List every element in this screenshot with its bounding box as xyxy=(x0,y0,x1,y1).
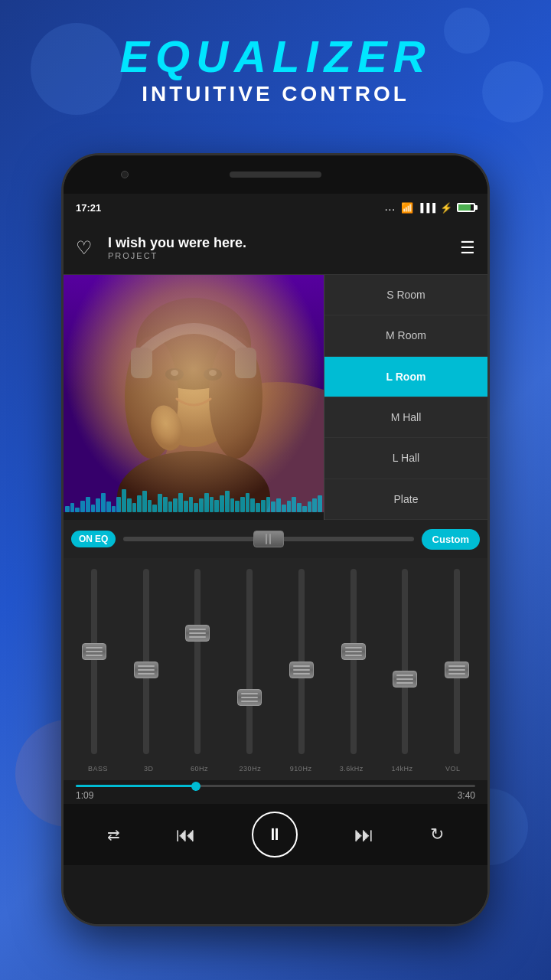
sliders-row xyxy=(70,566,481,757)
dropdown-menu: S Room M Room L Room M Hall L Hall Plate xyxy=(324,275,487,520)
slider-thumb-60hz[interactable] xyxy=(185,625,210,642)
thumb-horiz-line xyxy=(345,655,362,656)
slider-thumb-230hz[interactable] xyxy=(237,689,262,706)
svg-point-4 xyxy=(136,298,251,390)
eq-label: EQ xyxy=(95,534,108,544)
thumb-horiz-line xyxy=(189,632,206,634)
status-bar: 17:21 ... 📶 ▐▐▐ ⚡ xyxy=(64,194,487,221)
pause-icon: ⏸ xyxy=(266,825,283,844)
lightning-icon: ⚡ xyxy=(440,202,452,214)
thumb-horiz-line xyxy=(396,682,413,684)
status-time: 17:21 xyxy=(76,202,101,214)
slider-track-910hz[interactable] xyxy=(298,569,305,754)
slider-thumb-bass[interactable] xyxy=(82,643,106,660)
battery-icon xyxy=(457,203,475,212)
slider-label-bass: BASS xyxy=(88,765,108,773)
slider-track-3.6khz[interactable] xyxy=(350,569,357,754)
slider-col-vol xyxy=(432,566,481,757)
current-time: 1:09 xyxy=(76,790,93,801)
slider-col-3.6khz xyxy=(329,566,378,757)
thumb-line-2 xyxy=(269,534,271,544)
thumb-horiz-line xyxy=(448,669,465,671)
progress-thumb[interactable] xyxy=(191,782,201,791)
thumb-line-1 xyxy=(266,534,267,544)
phone-speaker xyxy=(230,172,321,178)
title-area: EQUALIZER INTUITIVE CONTROL xyxy=(0,0,551,122)
thumb-horiz-line xyxy=(293,669,310,671)
thumb-horiz-line xyxy=(189,636,206,638)
progress-section: 1:09 3:40 xyxy=(64,780,487,804)
thumb-horiz-line xyxy=(448,673,465,675)
thumb-horiz-line xyxy=(138,669,155,671)
dropdown-item-lhall[interactable]: L Hall xyxy=(324,438,487,479)
slider-thumb-14khz[interactable] xyxy=(393,671,417,688)
eq-slider-thumb[interactable] xyxy=(253,531,284,547)
dropdown-item-lroom[interactable]: L Room xyxy=(324,357,487,397)
slider-track-230hz[interactable] xyxy=(246,569,253,754)
thumb-horiz-line xyxy=(293,665,310,667)
slider-col-230hz xyxy=(225,566,274,757)
thumb-horiz-line xyxy=(345,647,362,648)
slider-thumb-3.6khz[interactable] xyxy=(341,643,366,660)
total-time: 3:40 xyxy=(458,790,475,801)
slider-track-14khz[interactable] xyxy=(402,569,408,754)
slider-label-vol: VOL xyxy=(445,765,461,773)
svg-rect-12 xyxy=(235,348,256,378)
thumb-horiz-line xyxy=(396,678,413,680)
slider-track-3d[interactable] xyxy=(143,569,149,754)
thumb-horiz-line xyxy=(241,697,258,698)
song-artist: PROJECT xyxy=(108,251,460,260)
eq-toggle[interactable]: ON EQ xyxy=(71,531,116,547)
slider-track-60hz[interactable] xyxy=(194,569,201,754)
next-button[interactable]: ⏭ xyxy=(354,823,374,847)
slider-col-14khz xyxy=(381,566,430,757)
custom-button[interactable]: Custom xyxy=(422,529,480,550)
slider-label-910hz: 910Hz xyxy=(290,765,312,773)
svg-point-9 xyxy=(171,370,178,376)
thumb-horiz-line xyxy=(86,651,103,652)
wifi-icon: 📶 xyxy=(401,202,413,214)
svg-point-6 xyxy=(209,336,262,459)
eq-sliders-area: BASS3D60Hz230Hz910Hz3.6kHz14kHzVOL xyxy=(64,558,487,780)
slider-track-bass[interactable] xyxy=(91,569,97,754)
main-section: // Generate waveform bars inline const w… xyxy=(64,275,487,520)
shuffle-button[interactable]: ⇄ xyxy=(107,825,120,844)
thumb-horiz-line xyxy=(448,665,465,667)
slider-label-14khz: 14kHz xyxy=(392,765,413,773)
thumb-horiz-line xyxy=(138,665,155,667)
song-info: I wish you were here. PROJECT xyxy=(108,235,460,260)
svg-point-3 xyxy=(140,317,247,447)
progress-bar[interactable] xyxy=(76,785,475,787)
phone-frame: 17:21 ... 📶 ▐▐▐ ⚡ ♡ I wish you were here… xyxy=(61,153,490,926)
slider-thumb-vol[interactable] xyxy=(445,662,469,678)
thumb-horiz-line xyxy=(138,673,155,675)
svg-point-5 xyxy=(125,336,178,459)
progress-fill xyxy=(76,785,196,787)
slider-label-3d: 3D xyxy=(144,765,154,773)
playback-controls: ⇄ ⏮ ⏸ ⏭ ↻ xyxy=(64,804,487,865)
favorite-icon[interactable]: ♡ xyxy=(76,237,97,259)
pause-button[interactable]: ⏸ xyxy=(252,812,298,858)
on-label: ON xyxy=(79,534,93,544)
slider-track-vol[interactable] xyxy=(454,569,460,754)
eq-main-slider[interactable] xyxy=(123,537,413,541)
menu-icon[interactable]: ☰ xyxy=(460,238,475,258)
svg-rect-11 xyxy=(131,348,152,378)
thumb-horiz-line xyxy=(241,693,258,694)
slider-label-230hz: 230Hz xyxy=(240,765,262,773)
slider-col-3d xyxy=(122,566,171,757)
app-content: ♡ I wish you were here. PROJECT ☰ xyxy=(64,221,487,924)
dropdown-item-mroom[interactable]: M Room xyxy=(324,315,487,356)
slider-thumb-3d[interactable] xyxy=(134,662,158,678)
signal-icon: ▐▐▐ xyxy=(418,203,435,212)
slider-thumb-910hz[interactable] xyxy=(289,662,314,678)
dropdown-item-mhall[interactable]: M Hall xyxy=(324,397,487,438)
dropdown-item-plate[interactable]: Plate xyxy=(324,479,487,520)
dropdown-item-sroom[interactable]: S Room xyxy=(324,275,487,315)
status-right: ... 📶 ▐▐▐ ⚡ xyxy=(385,202,475,214)
slider-label-60hz: 60Hz xyxy=(191,765,208,773)
repeat-button[interactable]: ↻ xyxy=(430,825,444,844)
prev-button[interactable]: ⏮ xyxy=(176,823,196,847)
thumb-horiz-line xyxy=(86,647,103,648)
app-title: EQUALIZER xyxy=(0,31,551,82)
